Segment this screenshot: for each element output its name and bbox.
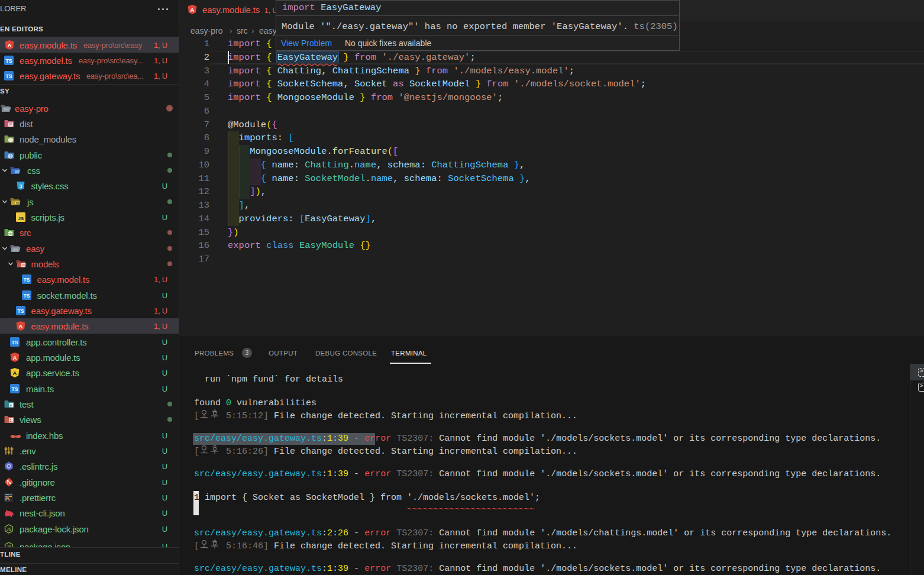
svg-text:JS: JS [7, 527, 12, 531]
svg-text:A: A [190, 7, 195, 13]
svg-text:JS: JS [18, 216, 24, 221]
svg-text:TS: TS [12, 340, 18, 345]
svg-text:JS: JS [15, 201, 20, 205]
svg-text:TS: TS [24, 277, 30, 283]
svg-text:TS: TS [18, 308, 24, 314]
svg-text:A: A [13, 354, 17, 361]
svg-text:3: 3 [20, 183, 22, 189]
svg-text:TS: TS [12, 386, 18, 392]
svg-text:A: A [19, 323, 23, 330]
svg-text:A: A [13, 370, 17, 376]
svg-text:</>: </> [8, 232, 13, 236]
svg-text:TS: TS [24, 293, 30, 299]
